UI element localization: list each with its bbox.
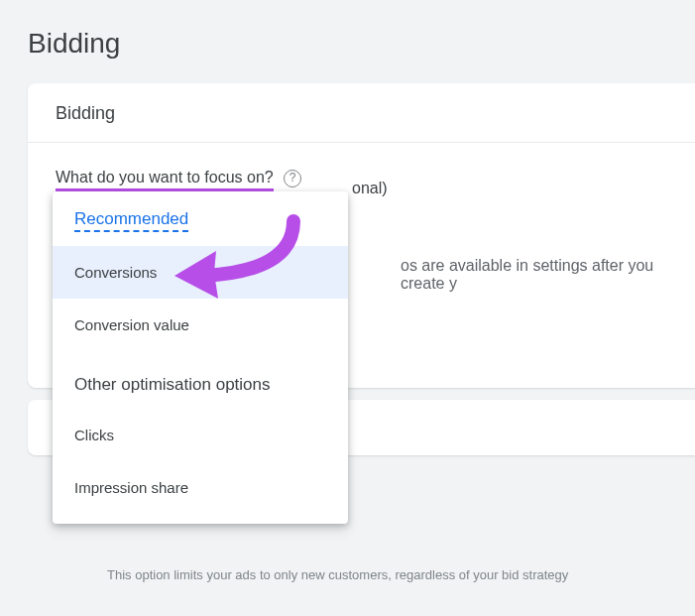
settings-hint-fragment: os are available in settings after you c… xyxy=(401,257,695,293)
dropdown-item-label: Conversion value xyxy=(74,316,189,333)
recommended-label: Recommended xyxy=(74,209,188,232)
dropdown-item-label: Impression share xyxy=(74,479,188,496)
dropdown-item-impression-share[interactable]: Impression share xyxy=(53,461,348,514)
dropdown-item-label: Conversions xyxy=(74,264,157,281)
dropdown-item-label: Clicks xyxy=(74,427,114,443)
card-header: Bidding xyxy=(28,83,695,143)
dropdown-item-conversion-value[interactable]: Conversion value xyxy=(53,299,348,351)
new-customers-hint: This option limits your ads to only new … xyxy=(107,567,568,582)
help-icon[interactable]: ? xyxy=(284,170,301,187)
focus-question: What do you want to focus on? xyxy=(56,169,274,191)
dropdown-item-clicks[interactable]: Clicks xyxy=(53,409,348,461)
dropdown-item-conversions[interactable]: Conversions xyxy=(53,246,348,299)
other-section-label: Other optimisation options xyxy=(53,351,348,409)
recommended-section-label: Recommended xyxy=(53,191,348,246)
focus-dropdown: Recommended Conversions Conversion value… xyxy=(53,191,348,524)
optional-text-fragment: onal) xyxy=(352,180,388,197)
page-title: Bidding xyxy=(0,0,695,83)
